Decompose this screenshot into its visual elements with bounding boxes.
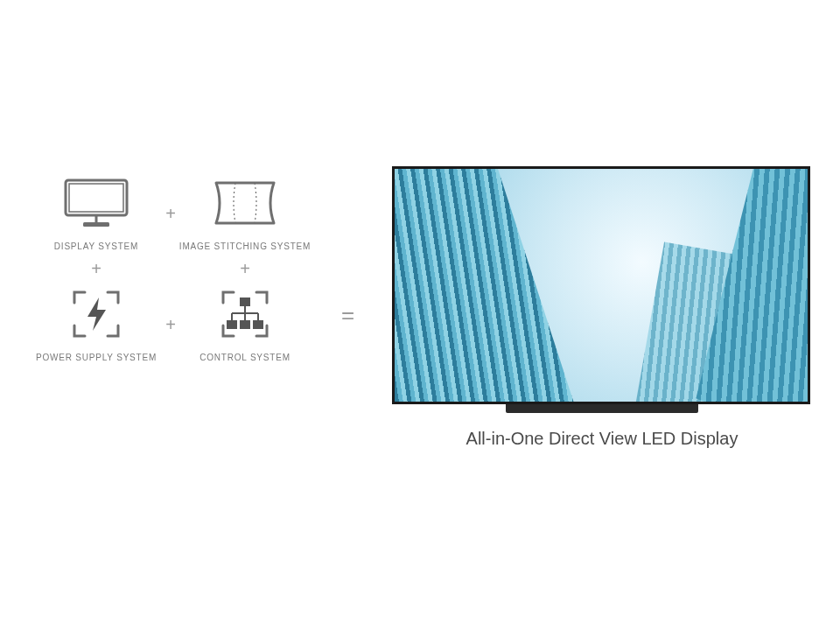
stitching-icon xyxy=(210,175,280,231)
result-display: All-in-One Direct View LED Display xyxy=(392,166,812,449)
power-supply-system: POWER SUPPLY SYSTEM xyxy=(36,286,157,362)
plus-icon: + xyxy=(165,316,176,333)
plus-icon: + xyxy=(240,260,250,277)
display-system: DISPLAY SYSTEM xyxy=(54,175,138,251)
svg-rect-0 xyxy=(66,180,127,215)
diagram-stage: DISPLAY SYSTEM + IMAGE STITCHING SYSTEM … xyxy=(0,0,840,630)
display-stand xyxy=(506,404,698,413)
svg-rect-4 xyxy=(240,298,250,306)
svg-rect-6 xyxy=(240,320,250,329)
result-caption: All-in-One Direct View LED Display xyxy=(392,429,812,449)
monitor-icon xyxy=(61,175,131,231)
plus-icon: + xyxy=(165,205,176,222)
control-system: CONTROL SYSTEM xyxy=(200,286,290,362)
led-display-icon xyxy=(392,166,810,404)
image-stitching-system: IMAGE STITCHING SYSTEM xyxy=(179,175,311,251)
equals-icon: = xyxy=(341,302,354,329)
svg-rect-3 xyxy=(83,222,109,227)
plus-icon: + xyxy=(91,260,102,277)
power-icon xyxy=(61,286,131,342)
display-system-label: DISPLAY SYSTEM xyxy=(54,242,138,251)
power-supply-system-label: POWER SUPPLY SYSTEM xyxy=(36,353,157,362)
image-stitching-system-label: IMAGE STITCHING SYSTEM xyxy=(179,242,311,251)
hierarchy-icon xyxy=(210,286,280,342)
systems-grid: DISPLAY SYSTEM + IMAGE STITCHING SYSTEM … xyxy=(39,175,337,362)
svg-rect-1 xyxy=(69,184,123,212)
svg-rect-5 xyxy=(227,320,237,329)
control-system-label: CONTROL SYSTEM xyxy=(200,353,290,362)
svg-rect-7 xyxy=(253,320,263,329)
screen-content xyxy=(395,169,808,402)
